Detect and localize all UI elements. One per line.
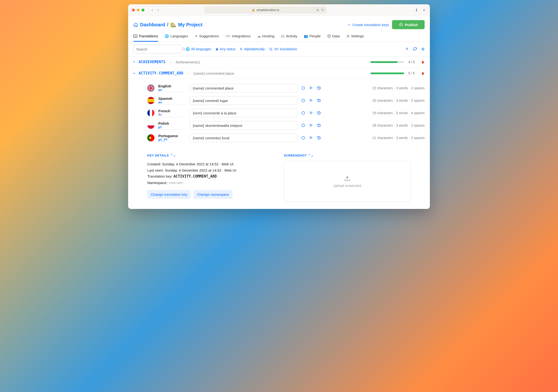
translation-stats: 20 characters· 3 words· 2 spaces (372, 99, 425, 102)
filter-sort[interactable]: ⇅Alphabetically (240, 47, 265, 51)
maximize-window-button[interactable] (141, 9, 144, 11)
translation-row: Portuguese pt_PT 21 characters· 3 words·… (128, 132, 430, 144)
status-circle-icon[interactable] (301, 123, 305, 127)
filter-languages[interactable]: 🌐All languages (186, 47, 211, 51)
play-icon[interactable] (309, 86, 313, 90)
translation-input[interactable] (190, 84, 297, 92)
flag-icon (147, 122, 155, 129)
people-icon: 👥 (304, 34, 308, 38)
main-tabs: A Translations 🌐Languages ✦Suggestions <… (128, 32, 430, 42)
translation-input[interactable] (190, 121, 297, 130)
tab-suggestions[interactable]: ✦Suggestions (195, 32, 219, 42)
expand-icon: ⌃⌄ (308, 154, 314, 157)
settings-icon[interactable]: ⚙ (421, 47, 425, 51)
key-name: ACTIVITY.COMMENT_ADD (139, 71, 183, 75)
downloads-icon[interactable]: ⤓ (415, 7, 418, 13)
play-icon[interactable] (309, 111, 313, 115)
delete-key-button[interactable] (421, 72, 425, 75)
language-code: fr (158, 113, 186, 117)
history-icon[interactable] (317, 86, 321, 90)
progress-bar (370, 73, 404, 74)
upload-screenshot-box[interactable]: Upload screenshot (284, 161, 411, 202)
back-button[interactable]: ‹ (152, 8, 153, 12)
minimize-window-button[interactable] (137, 9, 140, 11)
translations-icon: A (133, 34, 137, 38)
collapse-all-icon[interactable] (405, 47, 409, 51)
url-bar[interactable]: 🔒 simplelocalize.io ⊕ ↻ (204, 7, 326, 14)
svg-rect-14 (147, 109, 150, 117)
tab-translations[interactable]: A Translations (133, 32, 158, 42)
change-translation-key-button[interactable]: Change translation key (147, 190, 191, 199)
play-icon[interactable] (309, 99, 313, 102)
svg-point-5 (271, 50, 272, 51)
language-name: Spanish (158, 96, 186, 101)
svg-point-26 (149, 137, 151, 139)
svg-point-17 (302, 111, 305, 114)
key-row[interactable]: ACTIVITY.COMMENT_ADD → {name} commented … (128, 68, 430, 79)
tab-people[interactable]: 👥People (304, 32, 321, 42)
translation-input[interactable] (190, 134, 297, 142)
key-name: ACHIEVEMENTS (139, 60, 166, 64)
create-keys-button[interactable]: ＋ Create translation keys (347, 23, 389, 27)
svg-point-2 (328, 35, 331, 36)
svg-point-3 (182, 48, 184, 50)
breadcrumb-project[interactable]: My Project (178, 22, 202, 27)
delete-key-button[interactable] (421, 60, 425, 64)
translations-list: ACHIEVEMENTS → Achievements1 4 / 5 ACTIV… (128, 57, 430, 209)
search-box[interactable] (133, 45, 181, 53)
svg-point-4 (270, 48, 271, 49)
search-input[interactable] (136, 47, 182, 51)
key-details-heading[interactable]: KEY DETAILS ⌃⌄ (147, 154, 274, 157)
screenshot-heading[interactable]: SCREENSHOT ⌃⌄ (284, 154, 411, 157)
refresh-icon[interactable] (413, 47, 417, 51)
language-info: Polish pl (158, 121, 186, 130)
translation-row: Spanish es 20 characters· 3 words· 2 spa… (128, 94, 430, 107)
history-icon[interactable] (317, 99, 321, 102)
translation-stats: 21 characters· 3 words· 2 spaces (372, 136, 425, 140)
svg-rect-10 (147, 97, 155, 99)
translation-input[interactable] (190, 109, 297, 117)
status-circle-icon[interactable] (301, 86, 305, 90)
key-preview: {name} commented place (193, 71, 234, 75)
translate-icon[interactable]: ⊕ (316, 8, 319, 12)
flag-icon (147, 109, 155, 117)
new-tab-icon[interactable]: ＋ (422, 7, 426, 13)
breadcrumb-dashboard[interactable]: Dashboard (140, 22, 165, 27)
status-circle-icon[interactable] (301, 136, 305, 140)
gear-icon: ⚙ (347, 34, 350, 38)
lock-icon: 🔒 (252, 8, 255, 11)
publish-button[interactable]: Publish (392, 20, 425, 29)
tab-settings[interactable]: ⚙Settings (347, 32, 364, 42)
language-name: English (158, 84, 186, 88)
svg-rect-11 (147, 102, 155, 104)
database-icon (327, 34, 331, 38)
tab-hosting[interactable]: ☁Hosting (257, 32, 274, 42)
change-namespace-button[interactable]: Change namespace (193, 190, 232, 199)
tab-languages[interactable]: 🌐Languages (165, 32, 188, 42)
translation-row: English en 22 characters· 3 words· 2 spa… (128, 82, 430, 94)
history-icon[interactable] (317, 136, 321, 140)
expand-icon: ⌃⌄ (170, 154, 176, 157)
chevron-down-icon[interactable] (132, 72, 136, 75)
close-window-button[interactable] (132, 9, 135, 11)
home-icon[interactable] (133, 22, 138, 27)
key-row[interactable]: ACHIEVEMENTS → Achievements1 4 / 5 (128, 57, 430, 68)
reload-icon[interactable]: ↻ (321, 8, 324, 12)
tab-integrations[interactable]: </>Integrations (226, 32, 251, 42)
play-icon[interactable] (309, 123, 313, 127)
tab-data[interactable]: Data (327, 32, 340, 42)
tab-activity[interactable]: (•)Activity (281, 32, 297, 42)
translation-input[interactable] (190, 96, 297, 105)
filter-status[interactable]: ◉Any status (216, 47, 235, 51)
history-icon[interactable] (317, 111, 321, 115)
forward-button[interactable]: › (157, 8, 159, 12)
status-circle-icon[interactable] (301, 99, 305, 102)
arrow-right-icon: → (187, 71, 190, 75)
chevron-up-icon[interactable] (132, 60, 136, 64)
svg-point-6 (270, 50, 271, 51)
play-icon[interactable] (309, 136, 313, 140)
history-icon[interactable] (317, 123, 321, 127)
language-code: pt_PT (158, 138, 186, 141)
status-circle-icon[interactable] (301, 111, 305, 115)
filter-en-translations[interactable]: 'en' translations (269, 47, 297, 51)
